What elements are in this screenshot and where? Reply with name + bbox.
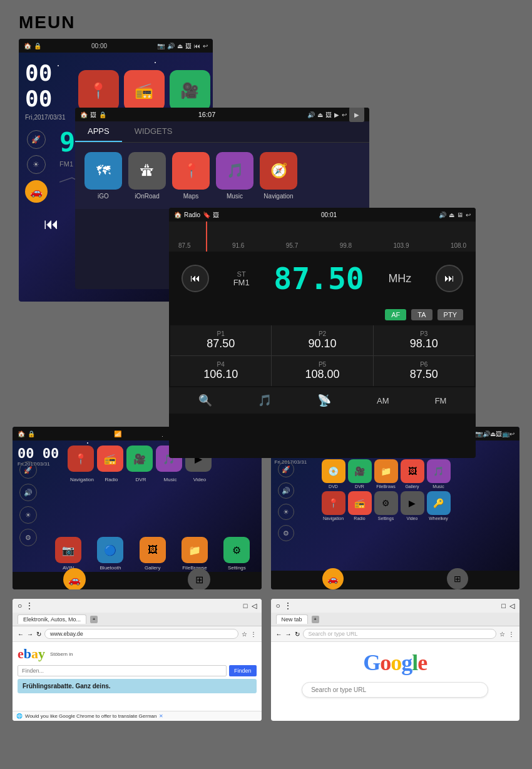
chip-ta[interactable]: TA <box>411 309 432 320</box>
prev-freq-btn[interactable]: ⏮ <box>182 265 209 292</box>
br-app-filebrows[interactable]: 📁 FileBrows <box>374 459 398 489</box>
ebay-search-input[interactable] <box>18 665 227 676</box>
back-btn-ebay[interactable]: ← <box>18 631 24 638</box>
star-btn-ebay[interactable]: ☆ <box>242 631 247 638</box>
statusbar2-right: 🔊 ⏏ 🖼 ▶ ↩ ▶ <box>307 108 364 122</box>
google-search-input[interactable] <box>302 682 488 698</box>
home-icon[interactable]: 🏠 <box>24 43 31 49</box>
android-back[interactable]: ◁ <box>252 602 257 610</box>
bl-app-nav[interactable]: 📍 <box>68 446 94 472</box>
app-music[interactable]: 🎵 Music <box>216 152 253 200</box>
preset-p2[interactable]: P2 90.10 <box>272 325 372 355</box>
reload-btn-google[interactable]: ↻ <box>295 631 300 638</box>
photo-icon-3: 🖼 <box>213 211 219 218</box>
bl-sidebar: 🚀 🔊 ☀ ⚙ <box>13 458 44 549</box>
chip-af[interactable]: AF <box>385 309 406 320</box>
am-btn[interactable]: AM <box>377 396 389 405</box>
br-grid-btn[interactable]: ⊞ <box>447 568 468 589</box>
br-app-settings[interactable]: ⚙ Settings <box>374 491 398 521</box>
preset-p3[interactable]: P3 98.10 <box>374 325 474 355</box>
bl-app-radio[interactable]: 📻 <box>97 446 123 472</box>
sidebar-icon-rocket[interactable]: 🚀 <box>27 130 46 149</box>
home-icon-2[interactable]: 🏠 <box>80 111 88 118</box>
prev-track-btn[interactable]: ⏮ <box>44 215 59 233</box>
home-icon-3[interactable]: 🏠 <box>174 211 182 218</box>
br-app-wheelkey[interactable]: 🔑 Wheelkey <box>427 491 451 521</box>
bl-app-bluetooth[interactable]: 🔵 Bluetooth <box>97 537 123 571</box>
bl-app-avin[interactable]: 📷 AVIN <box>55 537 81 571</box>
back-icon-3[interactable]: ↩ <box>466 211 471 218</box>
br-sidebar-eq[interactable]: ⚙ <box>278 525 294 541</box>
fm-btn-bottom[interactable]: FM <box>435 396 447 405</box>
forward-btn-google[interactable]: → <box>285 631 292 638</box>
back-btn-google[interactable]: ← <box>276 631 282 638</box>
br-sidebar-volume[interactable]: 🔊 <box>278 482 294 499</box>
bl-app-gallery[interactable]: 🖼 Gallery <box>140 537 166 571</box>
bl-app-filebrowse[interactable]: 📁 FileBrowse <box>182 537 208 571</box>
chrome-tab-ebay[interactable]: Elektronik, Autos, Mo... <box>18 614 86 624</box>
music-btn[interactable]: 🎵 <box>258 394 272 407</box>
sidebar-volume[interactable]: 🔊 <box>19 484 37 501</box>
bl-car-btn[interactable]: 🚗 <box>63 568 86 589</box>
photo-icon-2: 🖼 <box>325 111 332 118</box>
br-app-radio[interactable]: 📻 Radio <box>348 491 372 521</box>
br-app-gallery[interactable]: 🖼 Gallery <box>401 459 424 489</box>
br-app-dvr[interactable]: 🎥 DVR <box>348 459 372 489</box>
search-btn[interactable]: 🔍 <box>198 394 212 407</box>
android-dots-g[interactable]: ⋮ <box>284 601 292 610</box>
star-btn-google[interactable]: ☆ <box>499 631 505 638</box>
next-freq-btn[interactable]: ⏭ <box>436 265 463 292</box>
ebay-search-btn[interactable]: Finden <box>229 665 257 676</box>
android-square[interactable]: □ <box>243 602 248 610</box>
antenna-btn[interactable]: 📡 <box>317 394 331 407</box>
url-input-ebay[interactable]: www.ebay.de <box>44 629 238 639</box>
translate-close[interactable]: ✕ <box>159 713 163 719</box>
bl-app-dvr[interactable]: 🎥 <box>126 446 153 472</box>
app-icon-radio[interactable]: 📻 <box>124 70 165 111</box>
br-app-navigation[interactable]: 📍 Navigation <box>322 491 345 521</box>
tab-widgets[interactable]: WIDGETS <box>122 121 185 142</box>
preset-p4[interactable]: P4 106.10 <box>170 356 271 386</box>
forward-btn-ebay[interactable]: → <box>27 631 33 638</box>
br-car-btn[interactable]: 🚗 <box>322 568 344 589</box>
clock-widget: 00 00 Fri,2017/03/31 <box>25 60 66 121</box>
url-input-google[interactable]: Search or type URL <box>303 629 497 639</box>
preset-p6[interactable]: P6 87.50 <box>374 356 474 386</box>
app-maps[interactable]: 📍 Maps <box>172 152 210 200</box>
more-btn-ebay[interactable]: ⋮ <box>250 631 257 638</box>
android-dots[interactable]: ⋮ <box>26 601 33 610</box>
android-back-g[interactable]: ◁ <box>509 602 514 610</box>
bl-app-settings[interactable]: ⚙ Settings <box>223 537 250 571</box>
br-app-dvd[interactable]: 💿 DVD <box>322 459 345 489</box>
bl-grid-btn[interactable]: ⊞ <box>188 568 210 589</box>
sidebar-icon-brightness[interactable]: ☀ <box>27 155 46 174</box>
new-tab-btn[interactable]: + <box>90 616 98 623</box>
home-icon-bl[interactable]: 🏠 <box>18 430 25 437</box>
store-icon[interactable]: ▶ <box>349 108 364 122</box>
app-icon-dvr[interactable]: 🎥 <box>170 70 210 111</box>
chip-pty[interactable]: PTY <box>437 309 463 320</box>
br-sidebar-rocket[interactable]: 🚀 <box>278 461 294 477</box>
preset-p5[interactable]: P5 108.00 <box>272 356 372 386</box>
back-icon-2[interactable]: ↩ <box>342 111 347 118</box>
app-ionroad[interactable]: 🛣 iOnRoad <box>128 152 166 200</box>
more-btn-google[interactable]: ⋮ <box>508 631 514 638</box>
app-icon-nav[interactable]: 📍 <box>78 70 119 111</box>
prev-icon[interactable]: ⏮ <box>194 43 200 49</box>
sidebar-settings[interactable]: ⚙ <box>19 529 37 546</box>
new-tab-btn-g[interactable]: + <box>312 616 319 623</box>
sidebar-rocket[interactable]: 🚀 <box>19 461 37 479</box>
br-sidebar-sun[interactable]: ☀ <box>278 504 294 520</box>
br-app-video[interactable]: ▶ Video <box>401 491 424 521</box>
back-icon[interactable]: ↩ <box>203 43 208 49</box>
sidebar-icon-car[interactable]: 🚗 <box>25 180 48 203</box>
android-square-g[interactable]: □ <box>501 602 506 610</box>
reload-btn-ebay[interactable]: ↻ <box>36 631 41 638</box>
app-igo[interactable]: 🗺 iGO <box>84 152 122 200</box>
chrome-tab-new[interactable]: New tab <box>276 614 308 624</box>
app-navigation[interactable]: 🧭 Navigation <box>260 152 297 200</box>
preset-p1[interactable]: P1 87.50 <box>170 325 271 355</box>
sidebar-sun[interactable]: ☀ <box>19 506 37 524</box>
tab-apps[interactable]: APPS <box>75 121 122 142</box>
br-app-music[interactable]: 🎵 Music <box>427 459 451 489</box>
